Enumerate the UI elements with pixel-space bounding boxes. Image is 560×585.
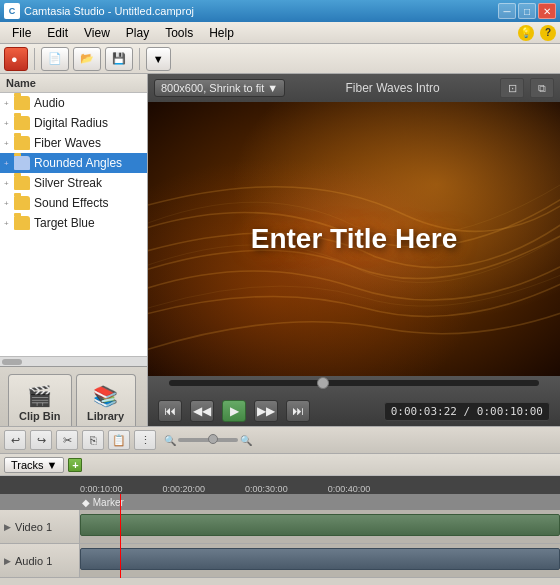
video-clip[interactable] [80,514,560,536]
tree-item-label: Audio [34,96,65,110]
seek-thumb[interactable] [317,377,329,389]
more-button[interactable]: ⋮ [134,430,156,450]
folder-icon [14,176,30,190]
zoom-track[interactable] [178,438,238,442]
tree-item-digital-radius[interactable]: + Digital Radius [0,113,147,133]
menu-file[interactable]: File [4,24,39,42]
expand-arrow: + [4,159,14,168]
panel-scrollbar[interactable] [0,356,147,366]
skip-to-start-button[interactable]: ⏮ [158,400,182,422]
open-button[interactable]: 📂 [73,47,101,71]
menu-tools[interactable]: Tools [157,24,201,42]
copy-button[interactable]: ⎘ [82,430,104,450]
track-expand-arrow[interactable]: ▶ [4,522,11,532]
expand-arrow: + [4,119,14,128]
ruler-mark-2: 0:00:30:00 [245,484,288,494]
library-tab[interactable]: 📚 Library [76,374,136,426]
tree-item-audio[interactable]: + Audio [0,93,147,113]
tree-item-label: Target Blue [34,216,95,230]
audio-clip[interactable] [80,548,560,570]
add-track-button[interactable]: + [68,458,82,472]
undo-button[interactable]: ↩ [4,430,26,450]
menu-play[interactable]: Play [118,24,157,42]
app-icon: C [4,3,20,19]
menubar-right: 💡 ? [518,25,556,41]
tree-item-target-blue[interactable]: + Target Blue [0,213,147,233]
tree-item-label: Digital Radius [34,116,108,130]
folder-icon [14,196,30,210]
controls-row: ⏮ ◀◀ ▶ ▶▶ ⏭ 0:00:03:22 / 0:00:10:00 [148,400,560,422]
record-icon: ● [11,53,18,65]
menu-edit[interactable]: Edit [39,24,76,42]
tree-list: + Audio + Digital Radius + Fiber Waves +… [0,93,147,356]
notifications-icon: 💡 [518,25,534,41]
open-icon: 📂 [80,52,94,65]
play-button[interactable]: ▶ [222,400,246,422]
clip-bin-tab[interactable]: 🎬 Clip Bin [8,374,72,426]
toolbar-separator-2 [139,48,140,70]
timeline-area: ↩ ↪ ✂ ⎘ 📋 ⋮ 🔍 🔍 Tracks ▼ + 0:00:10:00 0:… [0,426,560,578]
library-icon: 📚 [93,384,118,408]
close-button[interactable]: ✕ [538,3,556,19]
titlebar-left: C Camtasia Studio - Untitled.camproj [4,3,194,19]
timeline-ruler: 0:00:10:00 0:00:20:00 0:00:30:00 0:00:40… [0,476,560,494]
seek-bar[interactable] [169,380,540,386]
video-track-label: ▶ Video 1 [0,510,80,543]
menubar: File Edit View Play Tools Help 💡 ? [0,22,560,44]
tree-item-rounded-angles[interactable]: + Rounded Angles [0,153,147,173]
tracks-label: Tracks [11,459,44,471]
titlebar: C Camtasia Studio - Untitled.camproj ─ □… [0,0,560,22]
rewind-button[interactable]: ◀◀ [190,400,214,422]
fullscreen-icon[interactable]: ⊡ [500,78,524,98]
app-title: Camtasia Studio - Untitled.camproj [24,5,194,17]
menu-view[interactable]: View [76,24,118,42]
bottom-tabs: 🎬 Clip Bin 📚 Library [0,366,147,426]
fast-forward-button[interactable]: ▶▶ [254,400,278,422]
new-icon: 📄 [48,52,62,65]
maximize-button[interactable]: □ [518,3,536,19]
skip-to-end-button[interactable]: ⏭ [286,400,310,422]
clip-bin-label: Clip Bin [19,410,61,422]
expand-arrow: + [4,179,14,188]
tracks-button[interactable]: Tracks ▼ [4,457,64,473]
menu-help[interactable]: Help [201,24,242,42]
folder-icon [14,116,30,130]
tree-item-sound-effects[interactable]: + Sound Effects [0,193,147,213]
tree-item-silver-streak[interactable]: + Silver Streak [0,173,147,193]
left-panel: Name + Audio + Digital Radius + Fiber Wa… [0,74,148,426]
titlebar-buttons[interactable]: ─ □ ✕ [498,3,556,19]
video-filename: Fiber Waves Intro [291,81,494,95]
playback-bar: ⏮ ◀◀ ▶ ▶▶ ⏭ 0:00:03:22 / 0:00:10:00 [148,376,560,426]
save-button[interactable]: 💾 [105,47,133,71]
zoom-in-icon: 🔍 [240,435,252,446]
record-button[interactable]: ● [4,47,28,71]
video-title-text: Enter Title Here [251,223,457,255]
clip-bin-icon: 🎬 [27,384,52,408]
video-size-label: 800x600, Shrink to fit [161,82,264,94]
expand-arrow: + [4,199,14,208]
audio-track-content[interactable] [80,544,560,577]
help-icon[interactable]: ? [540,25,556,41]
marker-row: ◆ Marker [0,494,560,510]
ruler-mark-1: 0:00:20:00 [163,484,206,494]
scrollbar-thumb[interactable] [2,359,22,365]
dropdown-arrow-icon: ▼ [267,82,278,94]
save-icon: 💾 [112,52,126,65]
video-size-button[interactable]: 800x600, Shrink to fit ▼ [154,79,285,97]
cut-button[interactable]: ✂ [56,430,78,450]
folder-icon [14,156,30,170]
detach-icon[interactable]: ⧉ [530,78,554,98]
redo-button[interactable]: ↪ [30,430,52,450]
ruler-mark-0: 0:00:10:00 [80,484,123,494]
new-button[interactable]: 📄 [41,47,69,71]
video-area: 800x600, Shrink to fit ▼ Fiber Waves Int… [148,74,560,426]
zoom-slider[interactable]: 🔍 🔍 [164,435,252,446]
track-expand-arrow-audio[interactable]: ▶ [4,556,11,566]
tree-item-fiber-waves[interactable]: + Fiber Waves [0,133,147,153]
minimize-button[interactable]: ─ [498,3,516,19]
zoom-thumb[interactable] [208,434,218,444]
dropdown-button[interactable]: ▼ [146,47,171,71]
video-track-content[interactable] [80,510,560,543]
tree-item-label: Silver Streak [34,176,102,190]
paste-button[interactable]: 📋 [108,430,130,450]
